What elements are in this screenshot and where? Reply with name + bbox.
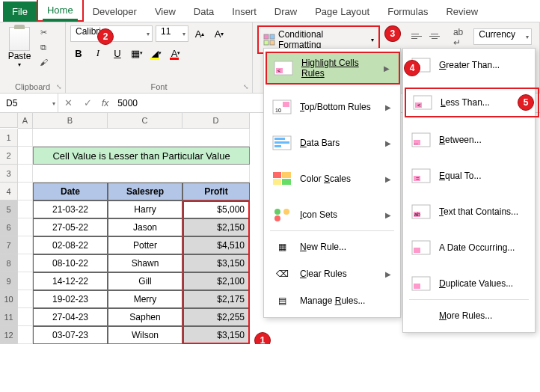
cell-date[interactable]: 14-12-22 <box>33 272 108 290</box>
row-header[interactable]: 5 <box>0 200 17 218</box>
row-header[interactable]: 7 <box>0 236 17 254</box>
align-left-button[interactable] <box>408 28 425 43</box>
menu-duplicate-values[interactable]: Duplicate Values... <box>405 270 539 297</box>
tab-data[interactable]: Data <box>185 1 223 22</box>
menu-equal-to[interactable]: = Equal To... <box>405 162 539 189</box>
menu-icon-sets[interactable]: Icon Sets ▶ <box>266 201 400 228</box>
cut-button[interactable]: ✂ <box>36 25 51 39</box>
wrap-text-button[interactable]: ab↵ <box>450 25 466 49</box>
font-color-button[interactable]: A▾ <box>168 45 184 61</box>
cell-date[interactable]: 08-10-22 <box>33 254 108 272</box>
cell-profit[interactable]: $2,175 <box>182 290 250 308</box>
select-all-corner[interactable] <box>0 113 18 128</box>
col-header-C[interactable]: C <box>108 113 182 129</box>
cell-date[interactable]: 02-08-22 <box>33 236 108 254</box>
menu-clear-rules[interactable]: ⌫ Clear Rules ▶ <box>266 260 400 287</box>
cell-profit[interactable]: $4,510 <box>182 236 250 254</box>
menu-text-contains[interactable]: ab Text that Contains... <box>405 198 539 225</box>
cell[interactable] <box>18 272 33 290</box>
cell[interactable] <box>18 236 33 254</box>
tab-file[interactable]: File <box>3 1 37 22</box>
row-header[interactable]: 4 <box>0 183 17 200</box>
cell-salesrep[interactable]: Harry <box>108 200 182 218</box>
increase-font-button[interactable]: A▴ <box>191 25 208 42</box>
font-launcher[interactable]: ⤡ <box>242 82 251 91</box>
header-salesrep[interactable]: Salesrep <box>108 183 182 200</box>
italic-button[interactable]: I <box>90 45 106 61</box>
fx-icon[interactable]: fx <box>97 98 113 108</box>
menu-between[interactable]: ⎵ Between... <box>405 126 539 153</box>
tab-formulas[interactable]: Formulas <box>378 1 437 22</box>
cell-date[interactable]: 21-03-22 <box>33 200 108 218</box>
menu-more-rules[interactable]: More Rules... <box>405 302 539 329</box>
col-header-A[interactable]: A <box>18 113 33 129</box>
row-header[interactable]: 6 <box>0 218 17 236</box>
tab-draw[interactable]: Draw <box>266 1 306 22</box>
decrease-font-button[interactable]: A▾ <box>211 25 227 42</box>
format-painter-button[interactable]: 🖌 <box>36 55 51 69</box>
font-size-select[interactable]: 11 ▾ <box>156 25 188 42</box>
row-header[interactable]: 8 <box>0 254 17 272</box>
col-header-D[interactable]: D <box>182 113 250 129</box>
cell[interactable] <box>18 218 33 236</box>
tab-developer[interactable]: Developer <box>84 1 146 22</box>
tab-home[interactable]: Home <box>37 0 84 22</box>
number-format-select[interactable]: Currency ▾ <box>473 28 532 45</box>
paste-button[interactable]: Paste ▾ <box>4 25 34 70</box>
fill-color-button[interactable]: ◢ ▾ <box>148 45 165 61</box>
cell[interactable] <box>18 290 33 308</box>
tab-insert[interactable]: Insert <box>223 1 266 22</box>
cell-profit[interactable]: $2,255 <box>182 308 250 326</box>
cell-date[interactable]: 19-02-23 <box>33 290 108 308</box>
row-header[interactable]: 9 <box>0 272 17 290</box>
cell-salesrep[interactable]: Jason <box>108 218 182 236</box>
header-profit[interactable]: Profit <box>182 183 250 200</box>
row-header[interactable]: 1 <box>0 129 17 147</box>
border-button[interactable]: ▦▾ <box>129 45 145 61</box>
cell-date[interactable]: 27-05-22 <box>33 218 108 236</box>
menu-top-bottom-rules[interactable]: 10 Top/Bottom Rules ▶ <box>266 94 400 120</box>
cell[interactable] <box>18 326 33 344</box>
menu-greater-than[interactable]: > Greater Than... <box>405 52 539 79</box>
accept-formula-button[interactable]: ✓ <box>78 97 97 108</box>
cell-salesrep[interactable]: Gill <box>108 272 182 290</box>
cell-salesrep[interactable]: Merry <box>108 290 182 308</box>
clipboard-launcher[interactable]: ⤡ <box>55 82 64 91</box>
cell-date[interactable]: 27-04-23 <box>33 308 108 326</box>
cell-profit[interactable]: $2,150 <box>182 218 250 236</box>
menu-color-scales[interactable]: Color Scales ▶ <box>266 165 400 192</box>
menu-date-occurring[interactable]: A Date Occurring... <box>405 234 539 261</box>
cell-profit[interactable]: $5,000 <box>182 200 250 218</box>
cell-salesrep[interactable]: Shawn <box>108 254 182 272</box>
align-center-button[interactable] <box>426 28 443 43</box>
menu-manage-rules[interactable]: ▤ Manage Rules... <box>266 287 400 314</box>
copy-button[interactable]: ⧉ <box>36 40 51 54</box>
cell-profit[interactable]: $3,150 <box>182 326 250 344</box>
row-header[interactable]: 12 <box>0 326 17 344</box>
menu-highlight-cells-rules[interactable]: < Highlight Cells Rules ▶ <box>266 52 400 85</box>
cell[interactable] <box>18 200 33 218</box>
menu-new-rule[interactable]: ▦ New Rule... <box>266 233 400 260</box>
cell-salesrep[interactable]: Saphen <box>108 308 182 326</box>
tab-review[interactable]: Review <box>437 1 487 22</box>
row-header[interactable]: 3 <box>0 165 17 183</box>
row-header[interactable]: 2 <box>0 147 17 165</box>
underline-button[interactable]: U <box>109 45 126 61</box>
row-header[interactable]: 10 <box>0 290 17 308</box>
tab-page-layout[interactable]: Page Layout <box>306 1 378 22</box>
row-header[interactable]: 11 <box>0 308 17 326</box>
cancel-formula-button[interactable]: ✕ <box>58 97 78 108</box>
cell-profit[interactable]: $2,100 <box>182 272 250 290</box>
cell-profit[interactable]: $3,150 <box>182 254 250 272</box>
name-box[interactable]: D5 ▾ <box>0 94 58 112</box>
col-header-B[interactable]: B <box>33 113 108 129</box>
title-cell[interactable]: Cell Value is Lesser than Particular Val… <box>33 147 250 165</box>
menu-data-bars[interactable]: Data Bars ▶ <box>266 129 400 156</box>
cell[interactable] <box>18 254 33 272</box>
bold-button[interactable]: B <box>70 45 87 61</box>
header-date[interactable]: Date <box>33 183 108 200</box>
cell[interactable] <box>18 308 33 326</box>
cell-salesrep[interactable]: Potter <box>108 236 182 254</box>
cell-date[interactable]: 03-07-23 <box>33 326 108 344</box>
cell-salesrep[interactable]: Wilson <box>108 326 182 344</box>
